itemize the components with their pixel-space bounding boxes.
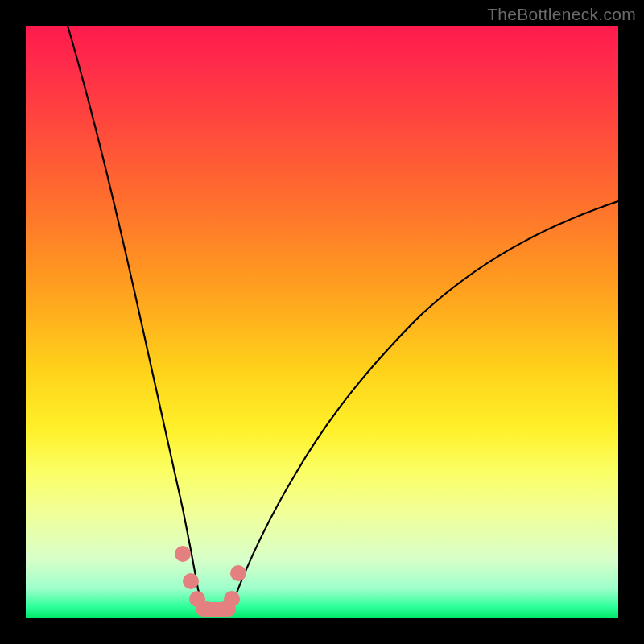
curve-right-branch	[234, 201, 618, 599]
chart-frame: TheBottleneck.com	[0, 0, 644, 644]
chart-svg	[26, 26, 618, 618]
plot-area	[26, 26, 618, 618]
curve-left-branch	[68, 26, 198, 589]
marker-dot	[175, 546, 191, 562]
marker-dot	[199, 601, 215, 617]
marker-dot	[183, 573, 199, 589]
marker-dot	[230, 565, 246, 581]
marker-dot	[224, 591, 240, 607]
watermark-text: TheBottleneck.com	[487, 5, 636, 24]
